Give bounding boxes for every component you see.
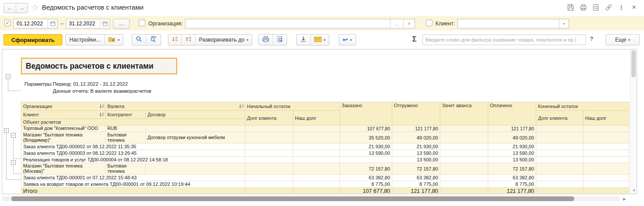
report-cell[interactable]: Заказ клиента ТД00-000001 от 07.12.2022 …	[21, 175, 245, 181]
report-cell[interactable]	[245, 175, 293, 181]
report-cell[interactable]	[146, 126, 245, 132]
search-button[interactable]	[132, 35, 146, 45]
report-cell[interactable]	[245, 188, 293, 195]
period-picker-button[interactable]: ...	[113, 19, 130, 29]
header-currency[interactable]: Валюта	[106, 102, 245, 111]
report-cell[interactable]	[583, 181, 629, 188]
expand-to-button[interactable]: Разворачивать до▾	[195, 35, 252, 45]
report-cell[interactable]: 72 157,80	[488, 163, 536, 175]
report-cell[interactable]	[440, 181, 488, 188]
report-cell[interactable]: Торговый дом "Комплексный" ООО	[21, 126, 106, 132]
report-cell[interactable]: 13 590,00	[488, 150, 536, 157]
report-cell[interactable]	[440, 132, 488, 143]
report-cell[interactable]	[536, 143, 583, 150]
report-cell[interactable]: 121 177,80	[392, 126, 440, 132]
report-cell[interactable]	[583, 132, 629, 143]
print-button[interactable]	[259, 35, 273, 45]
report-cell[interactable]	[583, 163, 629, 175]
report-cell[interactable]	[293, 188, 340, 195]
report-cell[interactable]: 21 930,00	[488, 143, 536, 150]
report-cell[interactable]: 8 775,00	[488, 181, 536, 188]
header-advance-offset[interactable]: Зачет аванса	[440, 102, 488, 126]
collapse-groups-button[interactable]	[168, 35, 182, 45]
report-cell[interactable]	[440, 143, 488, 150]
report-cell[interactable]: 49 020,00	[392, 132, 440, 143]
header-opening-our-debt[interactable]: Наш долг	[293, 111, 340, 126]
report-cell[interactable]: Магазин "Бытовая техника (Владимир)"	[21, 132, 106, 143]
report-cell[interactable]	[583, 188, 629, 195]
forward-button[interactable]: →	[16, 3, 28, 13]
period-to-field[interactable]: 31.12.2022	[66, 19, 110, 28]
sum-selected-button[interactable]: Σ	[412, 35, 417, 43]
settings-button[interactable]: Настройки...	[66, 35, 104, 45]
quick-filter-input[interactable]: Введите слово для фильтра (название това…	[422, 35, 586, 45]
generate-button[interactable]: Сформировать	[3, 34, 62, 45]
report-cell[interactable]	[293, 126, 340, 132]
report-cell[interactable]: 21 930,00	[392, 143, 440, 150]
report-cell[interactable]: Магазин "Бытовая техника (Москва)"	[21, 163, 106, 175]
help-link[interactable]: ?	[590, 36, 593, 42]
report-cell[interactable]	[536, 132, 583, 143]
report-cell[interactable]: RUB	[106, 126, 146, 132]
report-cell[interactable]	[440, 163, 488, 175]
report-cell[interactable]	[293, 175, 340, 181]
report-cell[interactable]	[293, 181, 340, 188]
header-counterparty[interactable]: Контрагент	[106, 111, 146, 119]
chevron-down-icon[interactable]: ▾	[559, 19, 569, 28]
report-cell[interactable]	[146, 163, 245, 175]
horizontal-scrollbar[interactable]	[2, 196, 620, 201]
report-cell[interactable]	[440, 126, 488, 132]
header-contract[interactable]: Договор	[146, 111, 245, 119]
vertical-scrollbar-thumb[interactable]	[631, 50, 636, 77]
vertical-scrollbar[interactable]: ▼	[630, 49, 637, 194]
report-cell[interactable]: 121 177,80	[488, 126, 536, 132]
report-cell[interactable]: 13 500,00	[488, 157, 536, 163]
preview-icon[interactable]	[592, 3, 600, 11]
report-cell[interactable]	[293, 150, 340, 157]
report-cell[interactable]: 13 590,00	[392, 150, 440, 157]
group-expander[interactable]: −	[11, 133, 16, 138]
report-cell[interactable]	[440, 188, 488, 195]
report-cell[interactable]: 72 157,80	[340, 163, 392, 175]
org-select-button[interactable]: ...	[390, 19, 403, 28]
calendar-icon[interactable]	[100, 19, 110, 28]
header-opening-balance[interactable]: Начальный остаток	[245, 102, 340, 111]
header-client[interactable]: Клиент	[21, 111, 106, 119]
report-cell[interactable]: Бытовая техника	[106, 163, 146, 175]
period-checkbox[interactable]: ✓	[4, 20, 11, 26]
org-input[interactable]: ... ×	[185, 19, 415, 28]
scroll-down-icon[interactable]: ▼	[632, 189, 636, 192]
report-cell[interactable]	[536, 181, 583, 188]
report-cell[interactable]: 72 157,80	[392, 163, 440, 175]
report-cell[interactable]	[245, 126, 293, 132]
close-icon[interactable]: ✕	[630, 3, 638, 11]
report-cell[interactable]: 63 382,80	[340, 175, 392, 181]
scroll-right-icon[interactable]: ▶	[623, 197, 626, 201]
report-cell[interactable]	[583, 143, 629, 150]
report-title-cell[interactable]: Ведомость расчетов с клиентами	[21, 58, 177, 74]
header-settlement-object[interactable]: Объект расчетов	[21, 119, 245, 126]
header-closing-client-debt[interactable]: Долг клиента	[536, 111, 583, 126]
report-cell[interactable]: Заявка на возврат товаров от клиента ТД0…	[21, 181, 245, 188]
report-variants-button[interactable]: ▾	[104, 35, 123, 45]
report-cell[interactable]	[245, 150, 293, 157]
report-cell[interactable]	[245, 157, 293, 163]
header-ordered[interactable]: Заказано	[340, 102, 392, 126]
report-cell[interactable]	[536, 150, 583, 157]
group-expander[interactable]: −	[4, 128, 9, 133]
save-to-file-button[interactable]	[297, 35, 310, 45]
favorite-star-icon[interactable]: ☆	[31, 3, 39, 13]
report-cell[interactable]	[536, 126, 583, 132]
header-closing-balance[interactable]: Конечный остаток	[536, 102, 629, 111]
report-cell[interactable]: 107 677,80	[340, 126, 392, 132]
header-org[interactable]: Организация	[21, 102, 106, 111]
header-opening-client-debt[interactable]: Долг клиента	[245, 111, 293, 126]
period-from-field[interactable]: 01.12.2022	[14, 19, 58, 28]
back-button[interactable]: ←	[4, 3, 16, 13]
report-cell[interactable]	[245, 181, 293, 188]
more-menu-icon[interactable]: ⋮	[617, 3, 625, 11]
save-icon[interactable]	[567, 3, 575, 11]
expand-groups-button[interactable]	[182, 35, 195, 45]
report-cell[interactable]: 63 382,80	[488, 175, 536, 181]
report-cell[interactable]	[583, 175, 629, 181]
